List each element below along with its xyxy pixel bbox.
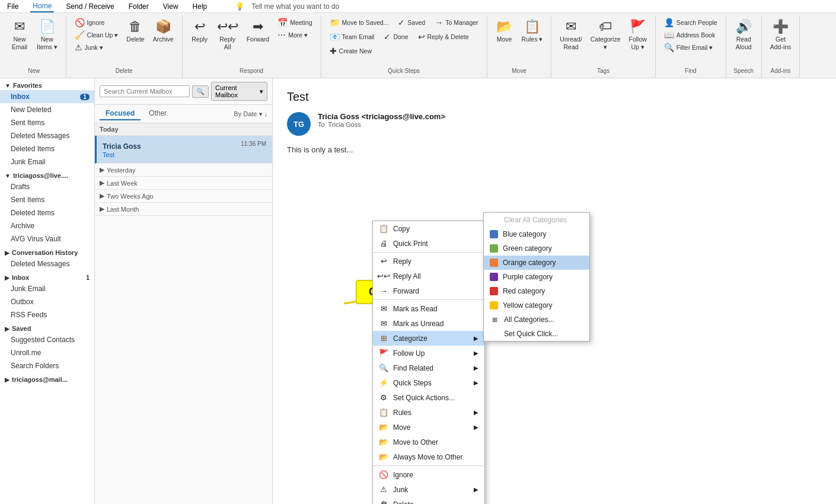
forward-button[interactable]: ➡ Forward — [243, 17, 273, 46]
reply-button[interactable]: ↩ Reply — [187, 17, 212, 46]
reply-all-button[interactable]: ↩↩ ReplyAll — [213, 17, 242, 53]
sidebar-item-deleted-items-2[interactable]: Deleted Items — [0, 206, 94, 219]
sub-all-categories[interactable]: ⊞ All Categories... — [484, 312, 589, 327]
email-item[interactable]: Tricia Goss 11:36 PM Test — [95, 136, 272, 164]
team-email-button[interactable]: 📧Team Email — [326, 31, 378, 43]
menu-file[interactable]: File — [5, 1, 21, 12]
ctx-move-to-other[interactable]: 📂 Move to Other — [373, 435, 484, 449]
sidebar-item-sent-items-2[interactable]: Sent Items — [0, 193, 94, 206]
to-manager-button[interactable]: →To Manager — [431, 17, 481, 28]
sidebar-item-unroll-me[interactable]: Unroll.me — [0, 346, 94, 359]
ctx-find-related[interactable]: 🔍 Find Related ▶ — [373, 361, 484, 375]
sidebar-item-rss-feeds[interactable]: RSS Feeds — [0, 308, 94, 321]
filter-email-button[interactable]: 🔍Filter Email ▾ — [660, 42, 721, 53]
account1-header[interactable]: ▼ triciagoss@live.... — [0, 168, 94, 180]
account2-header[interactable]: ▶ triciagoss@mail... — [0, 372, 94, 384]
menu-view[interactable]: View — [161, 1, 181, 12]
ignore-button[interactable]: 🚫Ignore — [71, 17, 122, 28]
date-group-last-week[interactable]: ▶ Last Week — [95, 177, 272, 190]
search-people-button[interactable]: 👤Search People — [660, 17, 721, 28]
sub-yellow[interactable]: Yellow category — [484, 298, 589, 312]
search-input[interactable] — [100, 85, 190, 97]
date-group-yesterday[interactable]: ▶ Yesterday — [95, 164, 272, 177]
ctx-rules[interactable]: 📋 Rules ▶ — [373, 405, 484, 420]
move-to-saved-button[interactable]: 📁Move to Saved... — [326, 17, 393, 28]
sub-red[interactable]: Red category — [484, 284, 589, 298]
read-aloud-button[interactable]: 🔊 ReadAloud — [731, 17, 756, 53]
ctx-quick-steps[interactable]: ⚡ Quick Steps ▶ — [373, 375, 484, 390]
tell-me-bar[interactable]: 💡 Tell me what you want to do — [231, 0, 344, 13]
ctx-junk[interactable]: ⚠ Junk ▶ — [373, 482, 484, 497]
search-people-icon: 👤 — [664, 18, 674, 27]
tab-focused[interactable]: Focused — [100, 107, 141, 120]
mailbox-select[interactable]: Current Mailbox ▾ — [211, 82, 267, 101]
ctx-reply[interactable]: ↩ Reply — [373, 254, 484, 269]
get-add-ins-button[interactable]: ➕ GetAdd-ins — [767, 17, 795, 53]
archive-button[interactable]: 📦 Archive — [149, 17, 177, 46]
more-button[interactable]: ⋯More ▾ — [274, 29, 315, 41]
move-btn-ribbon[interactable]: 📂 Move — [492, 17, 517, 46]
ctx-set-quick-actions[interactable]: ⚙ Set Quick Actions... — [373, 390, 484, 405]
menu-send-receive[interactable]: Send / Receive — [63, 1, 116, 12]
clean-up-button[interactable]: 🧹Clean Up ▾ — [71, 29, 122, 41]
delete-button[interactable]: 🗑 Delete — [123, 17, 148, 46]
favorites-header[interactable]: ▼ Favorites — [0, 78, 94, 90]
sidebar-item-search-folders[interactable]: Search Folders — [0, 359, 94, 372]
sidebar-item-junk-email-2[interactable]: Junk Email — [0, 282, 94, 295]
sort-button[interactable]: By Date ▾ ↓ — [234, 110, 267, 118]
sub-blue[interactable]: Blue category — [484, 227, 589, 241]
ctx-ignore[interactable]: 🚫 Ignore — [373, 467, 484, 482]
address-book-button[interactable]: 📖Address Book — [660, 29, 721, 41]
sidebar-item-outbox[interactable]: Outbox — [0, 295, 94, 308]
sidebar-item-sent-items[interactable]: Sent Items — [0, 116, 94, 129]
categorize-ribbon-button[interactable]: 🏷 Categorize▾ — [587, 17, 624, 53]
new-items-button[interactable]: 📄 NewItems ▾ — [33, 17, 61, 53]
sidebar-item-deleted-messages-2[interactable]: Deleted Messages — [0, 257, 94, 270]
sub-green[interactable]: Green category — [484, 241, 589, 256]
tab-other[interactable]: Other — [143, 107, 173, 120]
sub-clear-all[interactable]: Clear All Categories — [484, 213, 589, 227]
reply-delete-button[interactable]: ↩Reply & Delete — [414, 31, 473, 43]
rules-button[interactable]: 📋 Rules ▾ — [518, 17, 547, 46]
sidebar-item-new-deleted[interactable]: New Deleted — [0, 103, 94, 116]
menu-folder[interactable]: Folder — [126, 1, 151, 12]
menu-home[interactable]: Home — [30, 1, 54, 12]
new-email-button[interactable]: ✉ NewEmail — [7, 17, 32, 53]
ctx-reply-all[interactable]: ↩↩ Reply All — [373, 269, 484, 283]
ctx-follow-up[interactable]: 🚩 Follow Up ▶ — [373, 346, 484, 361]
search-button[interactable]: 🔍 — [192, 85, 209, 98]
sub-purple[interactable]: Purple category — [484, 270, 589, 284]
ctx-mark-read[interactable]: ✉ Mark as Read — [373, 301, 484, 316]
saved-header[interactable]: ▶ Saved — [0, 321, 94, 333]
sidebar-item-deleted-items[interactable]: Deleted Items — [0, 142, 94, 155]
create-new-button[interactable]: ✚Create New — [326, 45, 375, 57]
conv-history-header[interactable]: ▶ Conversation History — [0, 245, 94, 257]
ctx-copy[interactable]: 📋 Copy — [373, 221, 484, 236]
date-group-two-weeks-ago[interactable]: ▶ Two Weeks Ago — [95, 190, 272, 203]
follow-up-ribbon-button[interactable]: 🚩 FollowUp ▾ — [625, 17, 650, 53]
menu-help[interactable]: Help — [190, 1, 210, 12]
sub-orange[interactable]: Orange category — [484, 256, 589, 270]
unread-read-button[interactable]: ✉ Unread/Read — [556, 17, 585, 53]
sidebar-item-junk-email[interactable]: Junk Email — [0, 155, 94, 168]
sidebar-item-deleted-messages[interactable]: Deleted Messages — [0, 129, 94, 142]
ctx-categorize[interactable]: ⊞ Categorize ▶ — [373, 331, 484, 346]
sidebar-item-drafts[interactable]: Drafts — [0, 180, 94, 193]
saved-button[interactable]: ✓Saved — [394, 17, 429, 28]
ctx-quick-print[interactable]: 🖨 Quick Print — [373, 236, 484, 251]
ctx-always-move[interactable]: 📂 Always Move to Other — [373, 449, 484, 464]
sidebar-item-inbox[interactable]: Inbox 1 — [0, 90, 94, 103]
done-button[interactable]: ✓Done — [380, 31, 411, 43]
sidebar-item-suggested-contacts[interactable]: Suggested Contacts — [0, 333, 94, 346]
sub-set-quick-click[interactable]: Set Quick Click... — [484, 327, 589, 341]
meeting-button[interactable]: 📅Meeting — [274, 17, 315, 28]
junk-button[interactable]: ⚠Junk ▾ — [71, 42, 122, 53]
ctx-delete[interactable]: 🗑 Delete — [373, 497, 484, 504]
inbox2-header[interactable]: ▶ Inbox 1 — [0, 270, 94, 282]
sidebar-item-archive[interactable]: Archive — [0, 219, 94, 232]
ctx-forward[interactable]: → Forward — [373, 283, 484, 298]
date-group-last-month[interactable]: ▶ Last Month — [95, 203, 272, 216]
ctx-mark-unread[interactable]: ✉ Mark as Unread — [373, 316, 484, 331]
ctx-move[interactable]: 📂 Move ▶ — [373, 420, 484, 435]
sidebar-item-avg[interactable]: AVG Virus Vault — [0, 232, 94, 245]
